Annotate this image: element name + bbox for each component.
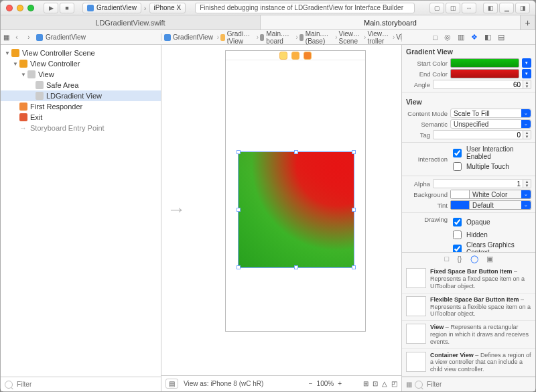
run-button[interactable]: ▶ xyxy=(44,3,58,13)
library-item[interactable]: Fixed Space Bar Button Item – Represents… xyxy=(402,265,535,293)
history-forward-button[interactable]: › xyxy=(24,34,34,41)
breadcrumb[interactable]: GradientView Gradi…tView Main.…board Mai… xyxy=(161,30,401,45)
semantic-select[interactable]: Unspecified⌄ xyxy=(450,119,531,129)
library-filter-input[interactable] xyxy=(425,380,531,389)
editor-version-button[interactable]: ↔ xyxy=(462,3,476,13)
start-color-well[interactable] xyxy=(450,58,519,68)
tint-color-well[interactable]: Default⌄ xyxy=(450,200,531,210)
resize-handle[interactable] xyxy=(237,208,241,212)
embed-menu-button[interactable]: ◰ xyxy=(391,380,397,387)
scheme-device[interactable]: iPhone X xyxy=(149,3,186,13)
content-mode-select[interactable]: Scale To Fill⌄ xyxy=(450,109,531,118)
alpha-input[interactable] xyxy=(433,179,523,188)
step-down-icon[interactable]: ▼ xyxy=(523,184,531,188)
file-inspector-icon[interactable]: □ xyxy=(433,34,438,42)
field-label: Background xyxy=(406,191,448,198)
library-item[interactable]: Container View – Defines a region of a v… xyxy=(402,349,535,377)
field-label: Tag xyxy=(406,131,430,139)
resize-handle[interactable] xyxy=(352,265,356,269)
color-popup-button[interactable]: ▾ xyxy=(522,69,531,78)
activity-status: Finished debugging instance of LDGradien… xyxy=(195,3,415,13)
library-item[interactable]: View – Represents a rectangular region i… xyxy=(402,321,535,348)
end-color-well[interactable] xyxy=(450,69,519,78)
disclosure-triangle-icon[interactable]: ▼ xyxy=(21,72,27,78)
toggle-inspector-button[interactable]: ◨ xyxy=(515,3,530,13)
resolve-menu-button[interactable]: △ xyxy=(382,380,387,387)
close-window-icon[interactable] xyxy=(6,5,13,11)
hidden-checkbox[interactable] xyxy=(453,231,462,239)
resize-handle[interactable] xyxy=(237,265,241,269)
minimize-window-icon[interactable] xyxy=(17,5,23,11)
snippet-library-icon[interactable]: {} xyxy=(457,255,462,263)
zoom-out-button[interactable]: − xyxy=(309,380,313,387)
connections-inspector-icon[interactable]: ▤ xyxy=(498,33,505,42)
toggle-navigator-button[interactable]: ◧ xyxy=(483,3,498,13)
step-down-icon[interactable]: ▼ xyxy=(523,84,531,88)
step-down-icon[interactable]: ▼ xyxy=(523,135,531,139)
outline-row-safearea[interactable]: Safe Area xyxy=(1,80,161,90)
resize-handle[interactable] xyxy=(352,208,356,212)
disclosure-triangle-icon[interactable]: ▼ xyxy=(13,61,19,67)
navigator-mode-icon[interactable]: ▦ xyxy=(3,34,9,41)
resize-handle[interactable] xyxy=(294,150,298,154)
color-popup-button[interactable]: ▾ xyxy=(522,58,531,68)
scheme-target[interactable]: GradientView xyxy=(82,3,141,13)
storyboard-icon xyxy=(299,34,304,41)
multitouch-checkbox[interactable] xyxy=(453,162,462,171)
size-inspector-icon[interactable]: ◧ xyxy=(484,33,491,42)
library-item[interactable]: Flexible Space Bar Button Item – Represe… xyxy=(402,293,535,321)
identity-inspector-icon[interactable]: ▥ xyxy=(458,33,464,42)
ldgradientview-selection[interactable] xyxy=(238,151,354,268)
resize-handle[interactable] xyxy=(352,150,356,154)
file-library-icon[interactable]: □ xyxy=(444,255,449,263)
angle-stepper[interactable]: ▲▼ xyxy=(433,80,531,89)
canvas-viewport[interactable]: → xyxy=(161,45,401,375)
object-library-icon[interactable]: ◯ xyxy=(470,255,478,263)
outline-row-scene[interactable]: ▼View Controller Scene xyxy=(1,48,161,58)
resize-handle[interactable] xyxy=(294,265,298,269)
library-thumb xyxy=(406,352,426,372)
editor-standard-button[interactable]: ▢ xyxy=(429,3,444,13)
pin-menu-button[interactable]: ⊡ xyxy=(373,380,378,387)
quickhelp-inspector-icon[interactable]: ◎ xyxy=(444,33,451,42)
outline-toggle-button[interactable]: ▤ xyxy=(165,379,178,389)
grid-view-icon[interactable]: ▦ xyxy=(406,381,412,388)
outline-tree[interactable]: ▼View Controller Scene ▼View Controller … xyxy=(1,45,161,377)
media-library-icon[interactable]: ▣ xyxy=(486,255,493,263)
outline-row-exit[interactable]: Exit xyxy=(1,112,161,123)
history-back-button[interactable]: ‹ xyxy=(12,34,21,41)
outline-filter-input[interactable] xyxy=(15,380,157,389)
stop-button[interactable]: ■ xyxy=(60,3,74,13)
zoom-in-button[interactable]: + xyxy=(338,380,342,387)
scheme-target-label: GradientView xyxy=(96,4,137,11)
zoom-level[interactable]: 100% xyxy=(317,380,334,387)
angle-input[interactable] xyxy=(433,80,523,89)
tag-input[interactable] xyxy=(433,130,523,139)
background-color-well[interactable]: White Color⌄ xyxy=(450,190,531,199)
view-as-label[interactable]: View as: iPhone 8 (wC hR) xyxy=(184,380,263,387)
opaque-checkbox[interactable] xyxy=(453,218,462,226)
jump-root-label[interactable]: GradientView xyxy=(46,34,86,41)
align-menu-button[interactable]: ⊞ xyxy=(363,380,368,387)
filter-icon[interactable] xyxy=(415,381,423,389)
outline-row-view[interactable]: ▼View xyxy=(1,69,161,80)
zoom-window-icon[interactable] xyxy=(27,5,34,11)
tab-main-storyboard[interactable]: Main.storyboard xyxy=(261,15,521,29)
toggle-debug-button[interactable]: ▁ xyxy=(499,3,514,13)
outline-row-firstresponder[interactable]: First Responder xyxy=(1,101,161,112)
filter-icon[interactable] xyxy=(5,381,13,389)
tag-stepper[interactable]: ▲▼ xyxy=(433,130,531,139)
add-tab-button[interactable]: + xyxy=(521,15,535,29)
attributes-inspector-icon[interactable]: ❖ xyxy=(471,33,478,42)
scene-frame[interactable] xyxy=(225,50,366,332)
outline-row-entrypoint[interactable]: →Storyboard Entry Point xyxy=(1,123,161,133)
disclosure-triangle-icon[interactable]: ▼ xyxy=(5,50,11,56)
clears-context-checkbox[interactable] xyxy=(453,245,462,253)
editor-assistant-button[interactable]: ◫ xyxy=(446,3,460,13)
outline-row-ldgradientview[interactable]: LDGradient View xyxy=(1,90,161,101)
alpha-stepper[interactable]: ▲▼ xyxy=(433,179,531,188)
user-interaction-checkbox[interactable] xyxy=(453,149,462,157)
tab-ldgradientview-swift[interactable]: LDGradientView.swift xyxy=(1,15,261,29)
resize-handle[interactable] xyxy=(237,150,241,154)
outline-row-viewcontroller[interactable]: ▼View Controller xyxy=(1,58,161,69)
